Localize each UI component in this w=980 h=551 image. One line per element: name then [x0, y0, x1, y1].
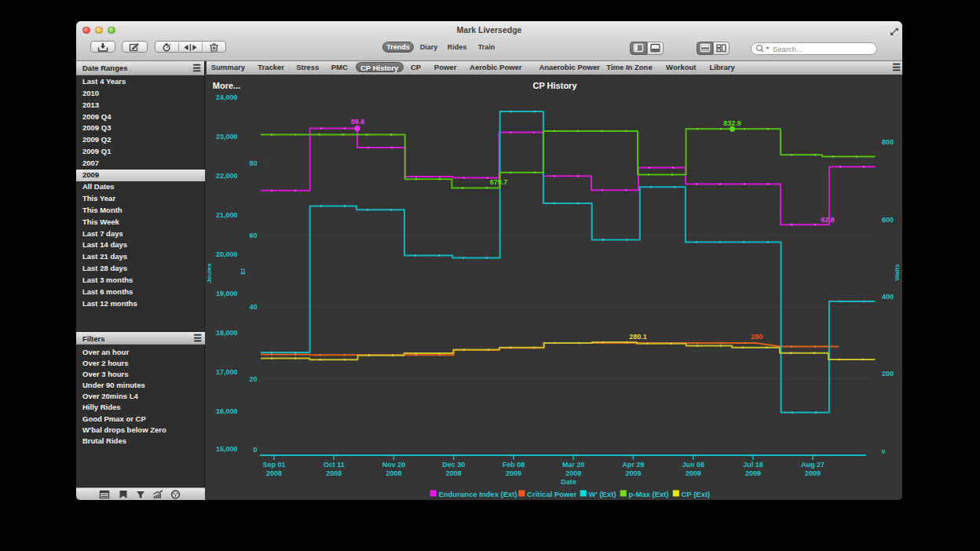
- svg-text:Watts: Watts: [894, 263, 901, 280]
- svg-text:2009: 2009: [505, 469, 521, 476]
- svg-text:Apr 29: Apr 29: [622, 461, 644, 469]
- svg-text:21,000: 21,000: [215, 211, 237, 219]
- svg-text:Oct 11: Oct 11: [323, 461, 344, 469]
- svg-text:400: 400: [882, 293, 894, 301]
- svg-text:2008: 2008: [326, 469, 342, 476]
- svg-text:CP (Ext): CP (Ext): [681, 489, 710, 498]
- svg-text:18,000: 18,000: [215, 329, 237, 337]
- svg-text:280.1: 280.1: [629, 332, 647, 340]
- svg-text:2008: 2008: [265, 469, 281, 476]
- svg-text:2008: 2008: [445, 469, 461, 476]
- svg-text:80: 80: [249, 159, 257, 167]
- svg-text:2009: 2009: [565, 469, 581, 476]
- svg-text:20,000: 20,000: [215, 250, 237, 258]
- svg-text:p-Max (Ext): p-Max (Ext): [628, 489, 668, 498]
- svg-text:CP History: CP History: [532, 80, 577, 89]
- svg-text:W' (Ext): W' (Ext): [588, 489, 616, 498]
- svg-text:Critical Power: Critical Power: [527, 489, 577, 498]
- svg-text:2008: 2008: [386, 469, 401, 476]
- svg-text:19,000: 19,000: [215, 290, 237, 297]
- svg-text:832.9: 832.9: [723, 119, 741, 126]
- svg-text:2009: 2009: [744, 469, 760, 476]
- svg-text:62.8: 62.8: [821, 215, 835, 223]
- svg-text:17,000: 17,000: [215, 368, 237, 376]
- svg-text:More...: More...: [212, 80, 240, 89]
- svg-text:Joules: Joules: [207, 262, 213, 283]
- svg-text:EI: EI: [239, 268, 246, 275]
- svg-text:679.7: 679.7: [489, 177, 507, 185]
- svg-text:22,000: 22,000: [215, 172, 237, 180]
- svg-text:Nov 20: Nov 20: [382, 461, 405, 469]
- svg-text:2009: 2009: [625, 469, 641, 476]
- svg-text:Mar 20: Mar 20: [561, 461, 584, 469]
- svg-text:Dec 30: Dec 30: [442, 461, 465, 469]
- svg-text:Jul 18: Jul 18: [743, 461, 763, 469]
- svg-text:Sep 01: Sep 01: [262, 461, 285, 469]
- svg-text:0: 0: [882, 448, 886, 455]
- svg-text:800: 800: [882, 138, 894, 146]
- svg-text:Date: Date: [561, 477, 576, 485]
- svg-text:Feb 08: Feb 08: [502, 461, 525, 469]
- svg-text:0: 0: [253, 445, 257, 453]
- svg-text:16,000: 16,000: [215, 407, 237, 415]
- svg-text:2009: 2009: [685, 469, 700, 476]
- svg-text:Endurance Index (Ext): Endurance Index (Ext): [438, 489, 517, 498]
- svg-text:Jun 08: Jun 08: [682, 461, 704, 469]
- svg-text:24,000: 24,000: [215, 93, 237, 101]
- svg-text:Aug 27: Aug 27: [801, 461, 825, 469]
- svg-text:2009: 2009: [805, 469, 821, 476]
- svg-text:89.6: 89.6: [350, 118, 364, 126]
- svg-text:280: 280: [751, 333, 762, 341]
- svg-text:20: 20: [249, 374, 257, 382]
- svg-text:600: 600: [882, 215, 894, 223]
- svg-text:23,000: 23,000: [215, 133, 237, 140]
- svg-text:15,000: 15,000: [215, 445, 237, 453]
- svg-text:40: 40: [249, 303, 257, 311]
- svg-text:60: 60: [249, 231, 257, 239]
- svg-text:200: 200: [882, 369, 894, 377]
